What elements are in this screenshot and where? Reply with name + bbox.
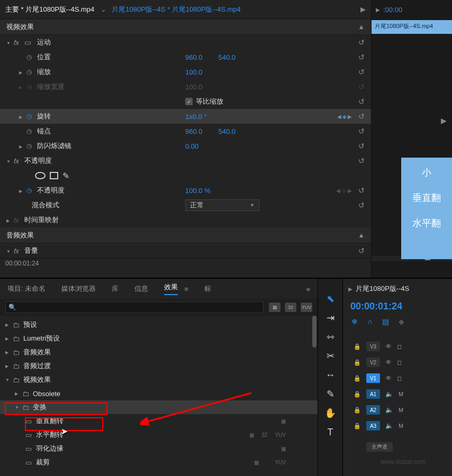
sequence-name[interactable]: 片尾1080P版--4S	[356, 284, 409, 294]
antiflicker-value[interactable]: 0.00	[185, 142, 198, 150]
tab-library[interactable]: 库	[112, 284, 119, 294]
clip-tab-active[interactable]: 主要 * 片尾1080P版--4S.mp4	[5, 5, 94, 14]
linked-selection-icon[interactable]: ▤	[382, 317, 389, 326]
folder-transform[interactable]: 🗀变换	[0, 400, 318, 414]
reset-icon[interactable]: ↺	[358, 127, 365, 135]
rect-mask-button[interactable]	[50, 172, 58, 179]
reset-icon[interactable]: ↺	[358, 186, 365, 195]
collapse-icon[interactable]: ▲	[358, 23, 365, 31]
rotation-value[interactable]: 1x0.0 °	[185, 113, 207, 121]
breadcrumb[interactable]: 片尾1080P版--4S * 片尾1080P版--4S.mp4	[112, 5, 240, 14]
scale-value[interactable]: 100.0	[185, 68, 203, 76]
opacity-value-property[interactable]: ◷ 不透明度 100.0 % ◀ ◇ ▶ ↺	[0, 183, 371, 198]
opacity-effect[interactable]: fx 不透明度 ↺	[0, 153, 371, 168]
reset-icon[interactable]: ↺	[358, 97, 365, 106]
folder-lumetri[interactable]: 🗀Lumetri预设	[0, 332, 318, 345]
tab-info[interactable]: 信息	[134, 284, 148, 294]
fx-icon[interactable]: fx	[14, 39, 24, 47]
eye-icon[interactable]: 👁	[385, 374, 392, 382]
stopwatch-icon[interactable]: ◷	[26, 187, 37, 194]
position-x[interactable]: 960.0	[185, 53, 203, 61]
reset-icon[interactable]: ↺	[358, 53, 365, 61]
effect-crop[interactable]: ▭裁剪▦ YUV	[0, 455, 318, 469]
selection-tool[interactable]: ⬉	[318, 289, 342, 308]
mute-icon[interactable]: 🔈	[385, 406, 393, 414]
reset-icon[interactable]: ↺	[358, 246, 365, 255]
stopwatch-icon[interactable]: ◷	[26, 113, 37, 120]
stopwatch-icon[interactable]: ◷	[26, 127, 37, 135]
tab-media-browser[interactable]: 媒体浏览器	[61, 284, 96, 294]
effect-feather[interactable]: ▭羽化边缘▦	[0, 442, 318, 455]
scrollbar-thumb[interactable]	[312, 316, 317, 347]
effects-tree[interactable]: 🗀预设 🗀Lumetri预设 🗀音频效果 🗀音频过渡 🗀视频效果 🗀Obsole…	[0, 316, 318, 472]
ellipse-mask-button[interactable]	[35, 172, 46, 179]
stopwatch-icon[interactable]: ◷	[26, 142, 37, 150]
folder-video-fx[interactable]: 🗀视频效果	[0, 373, 318, 387]
overflow-icon[interactable]: »	[306, 285, 310, 293]
rotation-property[interactable]: ◷ 旋转 1x0.0 ° ◀ ◆ ▶ ↺	[0, 109, 371, 124]
track-v3[interactable]: 🔒V3👁◻	[343, 338, 452, 354]
audio-effects-header[interactable]: 音频效果 ▲	[0, 227, 371, 243]
arrow-right-icon[interactable]	[19, 188, 26, 194]
ripple-edit-tool[interactable]: ⇿	[318, 327, 342, 346]
collapse-icon[interactable]: ▲	[358, 231, 365, 239]
accelerated-badge[interactable]: ▦	[269, 303, 281, 312]
blend-mode-dropdown[interactable]: 正常 ▼	[185, 199, 259, 211]
motion-effect[interactable]: fx ▭ 运动 ↺	[0, 35, 371, 50]
pen-mask-button[interactable]: ✎	[62, 171, 69, 181]
track-a3[interactable]: 🔒A3🔈M	[343, 418, 452, 434]
scale-property[interactable]: ◷ 缩放 100.0 ↺	[0, 65, 371, 79]
arrow-right-icon[interactable]	[19, 143, 26, 149]
track-a1[interactable]: 🔒A1🔈M	[343, 386, 452, 402]
video-effects-header[interactable]: 视频效果 ▲	[0, 19, 371, 35]
lock-icon[interactable]: 🔒	[354, 359, 361, 366]
mute-icon[interactable]: 🔈	[385, 422, 393, 429]
hand-tool[interactable]: ✋	[318, 404, 342, 423]
fx-icon[interactable]: fx	[14, 247, 24, 255]
time-remap-effect[interactable]: fx 时间重映射	[0, 213, 371, 227]
lock-icon[interactable]: 🔒	[354, 423, 361, 429]
keyframe-nav[interactable]: ◀ ◇ ▶	[336, 188, 352, 194]
blend-mode-property[interactable]: 混合模式 正常 ▼ ↺	[0, 198, 371, 213]
tab-markers[interactable]: 标	[204, 284, 211, 294]
search-input[interactable]	[5, 301, 264, 313]
timeline-timecode[interactable]: 00:00:01:24	[343, 299, 452, 314]
arrow-down-icon[interactable]	[6, 158, 14, 164]
track-v1[interactable]: 🔒V1👁◻	[343, 370, 452, 386]
effect-hflip[interactable]: ▭水平翻转▦32YUV	[0, 428, 318, 442]
arrow-right-icon[interactable]	[19, 69, 26, 75]
lock-icon[interactable]: 🔒	[354, 375, 361, 382]
type-tool[interactable]: T	[318, 423, 342, 442]
anchor-y[interactable]: 540.0	[219, 127, 236, 135]
pen-tool[interactable]: ✎	[318, 385, 342, 404]
chevron-down-icon[interactable]: ⌄	[101, 5, 106, 13]
tab-effects[interactable]: 效果	[164, 282, 178, 295]
tab-project[interactable]: 项目: 未命名	[7, 284, 46, 294]
effect-vflip[interactable]: ▭垂直翻转▦	[0, 414, 318, 428]
anchor-x[interactable]: 960.0	[185, 127, 203, 135]
folder-audio-fx[interactable]: 🗀音频效果	[0, 345, 318, 359]
lock-icon[interactable]: 🔒	[354, 407, 361, 414]
folder-presets[interactable]: 🗀预设	[0, 318, 318, 332]
play-icon[interactable]: ▶	[376, 7, 380, 13]
uniform-scale-checkbox[interactable]: ✓	[185, 98, 193, 105]
track-v2[interactable]: 🔒V2👁◻	[343, 354, 452, 370]
mute-icon[interactable]: 🔈	[385, 390, 393, 398]
menu-icon[interactable]: ≡	[184, 285, 188, 293]
reset-icon[interactable]: ↺	[358, 201, 365, 209]
chevron-icon[interactable]: ▶	[348, 286, 352, 292]
track-master[interactable]: 主声道	[343, 439, 452, 455]
fx-icon[interactable]: fx	[14, 157, 24, 165]
position-y[interactable]: 540.0	[219, 53, 236, 61]
reset-icon[interactable]: ↺	[358, 38, 365, 47]
reset-icon[interactable]: ↺	[358, 112, 365, 121]
opacity-value[interactable]: 100.0 %	[185, 187, 211, 195]
folder-obsolete[interactable]: 🗀Obsolete	[0, 387, 318, 400]
lock-icon[interactable]: 🔒	[354, 343, 361, 350]
reset-icon[interactable]: ↺	[358, 142, 365, 150]
markers-icon[interactable]: ◆	[399, 317, 404, 326]
reset-icon[interactable]: ↺	[358, 157, 365, 165]
magnet-icon[interactable]: ∩	[367, 317, 373, 326]
eye-icon[interactable]: 👁	[385, 359, 392, 366]
32bit-badge[interactable]: 32	[285, 303, 296, 312]
